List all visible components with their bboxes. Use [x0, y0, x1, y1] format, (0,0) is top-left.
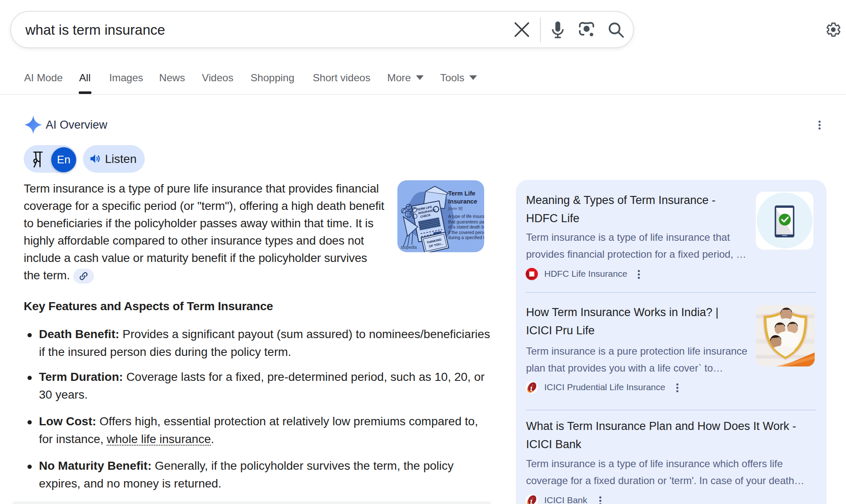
svg-text:Term Life: Term Life	[448, 190, 475, 197]
svg-text:Insurance: Insurance	[448, 198, 477, 205]
svg-text:A type of life insura: A type of life insura	[448, 214, 484, 219]
svg-text:during a specified te: during a specified te	[448, 235, 484, 240]
svg-text:[tərm 'līf]: [tərm 'līf]	[448, 207, 463, 211]
svg-text:if the covered perso: if the covered perso	[448, 230, 484, 235]
svg-text:that guarantees pay: that guarantees pay	[448, 220, 484, 224]
svg-text:of a stated death be: of a stated death be	[448, 225, 484, 229]
svg-text:stopedia: stopedia	[401, 245, 417, 250]
